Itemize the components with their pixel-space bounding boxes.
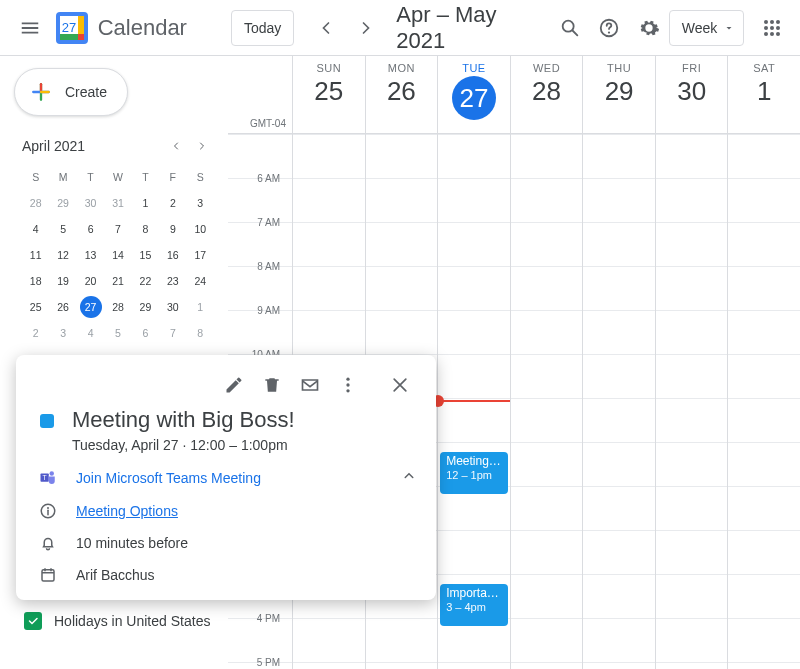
mini-next-month-button[interactable] bbox=[190, 134, 214, 158]
mini-day-cell[interactable]: 2 bbox=[22, 320, 49, 346]
collapse-button[interactable] bbox=[400, 467, 418, 488]
mini-day-cell[interactable]: 10 bbox=[187, 216, 214, 242]
today-button[interactable]: Today bbox=[231, 10, 294, 46]
mini-day-cell[interactable]: 26 bbox=[49, 294, 76, 320]
svg-text:T: T bbox=[43, 474, 47, 481]
next-week-button[interactable] bbox=[346, 8, 386, 48]
mini-dow-cell: T bbox=[132, 164, 159, 190]
mini-day-cell[interactable]: 23 bbox=[159, 268, 186, 294]
calendar-event[interactable]: Important Call3 – 4pm bbox=[440, 584, 508, 626]
mini-day-cell[interactable]: 17 bbox=[187, 242, 214, 268]
day-column[interactable] bbox=[510, 134, 583, 669]
mini-day-cell[interactable]: 28 bbox=[104, 294, 131, 320]
day-header[interactable]: SUN25 bbox=[292, 56, 365, 133]
mini-day-cell[interactable]: 30 bbox=[159, 294, 186, 320]
settings-button[interactable] bbox=[629, 8, 669, 48]
mini-day-cell[interactable]: 31 bbox=[104, 190, 131, 216]
mini-day-cell[interactable]: 4 bbox=[22, 216, 49, 242]
mini-day-cell[interactable]: 29 bbox=[49, 190, 76, 216]
day-column[interactable] bbox=[582, 134, 655, 669]
svg-point-19 bbox=[346, 383, 349, 386]
day-header[interactable]: THU29 bbox=[582, 56, 655, 133]
mini-day-cell[interactable]: 21 bbox=[104, 268, 131, 294]
mini-day-cell[interactable]: 3 bbox=[187, 190, 214, 216]
mini-day-cell[interactable]: 11 bbox=[22, 242, 49, 268]
mini-day-cell[interactable]: 7 bbox=[159, 320, 186, 346]
join-meeting-link[interactable]: Join Microsoft Teams Meeting bbox=[76, 470, 261, 486]
mini-day-cell[interactable]: 14 bbox=[104, 242, 131, 268]
day-header[interactable]: TUE27 bbox=[437, 56, 510, 133]
mini-day-cell[interactable]: 18 bbox=[22, 268, 49, 294]
delete-event-button[interactable] bbox=[254, 367, 290, 403]
mini-day-cell[interactable]: 29 bbox=[132, 294, 159, 320]
help-button[interactable] bbox=[589, 8, 629, 48]
mini-day-cell[interactable]: 24 bbox=[187, 268, 214, 294]
chevron-right-icon bbox=[356, 18, 376, 38]
day-of-month-label: 26 bbox=[366, 76, 438, 107]
day-header[interactable]: FRI30 bbox=[655, 56, 728, 133]
day-header-row: GMT-04 SUN25MON26TUE27WED28THU29FRI30SAT… bbox=[228, 56, 800, 134]
mini-day-cell[interactable]: 1 bbox=[187, 294, 214, 320]
email-guests-button[interactable] bbox=[292, 367, 328, 403]
svg-point-20 bbox=[346, 389, 349, 392]
time-gutter-header: GMT-04 bbox=[228, 56, 292, 133]
mini-day-cell[interactable]: 9 bbox=[159, 216, 186, 242]
more-vertical-icon bbox=[338, 375, 358, 395]
mini-day-cell[interactable]: 2 bbox=[159, 190, 186, 216]
mini-day-cell[interactable]: 5 bbox=[104, 320, 131, 346]
create-button[interactable]: Create bbox=[14, 68, 128, 116]
event-time-text: 3 – 4pm bbox=[446, 601, 502, 615]
day-header[interactable]: SAT1 bbox=[727, 56, 800, 133]
svg-point-9 bbox=[764, 20, 768, 24]
mini-day-cell[interactable]: 12 bbox=[49, 242, 76, 268]
mini-prev-month-button[interactable] bbox=[164, 134, 188, 158]
day-header[interactable]: WED28 bbox=[510, 56, 583, 133]
day-column[interactable]: Meeting with Big Boss!12 – 1pmImportant … bbox=[437, 134, 510, 669]
calendar-item[interactable]: Holidays in United States bbox=[24, 606, 228, 636]
mini-calendar-grid: SMTWTFS 28293031123456789101112131415161… bbox=[22, 164, 214, 346]
mini-day-cell[interactable]: 5 bbox=[49, 216, 76, 242]
mini-day-cell[interactable]: 25 bbox=[22, 294, 49, 320]
mini-day-cell[interactable]: 19 bbox=[49, 268, 76, 294]
day-column[interactable] bbox=[655, 134, 728, 669]
meeting-options-link[interactable]: Meeting Options bbox=[76, 503, 178, 519]
day-column[interactable] bbox=[727, 134, 800, 669]
google-apps-button[interactable] bbox=[752, 8, 792, 48]
create-label: Create bbox=[65, 84, 107, 100]
mini-day-cell[interactable]: 1 bbox=[132, 190, 159, 216]
mini-day-cell[interactable]: 6 bbox=[132, 320, 159, 346]
day-header[interactable]: MON26 bbox=[365, 56, 438, 133]
checkbox-checked-icon[interactable] bbox=[24, 612, 42, 630]
svg-point-10 bbox=[770, 20, 774, 24]
mini-day-cell[interactable]: 27 bbox=[77, 294, 104, 320]
mini-day-cell[interactable]: 8 bbox=[187, 320, 214, 346]
more-options-button[interactable] bbox=[330, 367, 366, 403]
timezone-label: GMT-04 bbox=[250, 118, 286, 129]
mini-dow-cell: F bbox=[159, 164, 186, 190]
close-popover-button[interactable] bbox=[382, 367, 418, 403]
chevron-left-icon bbox=[170, 138, 182, 154]
mini-day-cell[interactable]: 30 bbox=[77, 190, 104, 216]
edit-event-button[interactable] bbox=[216, 367, 252, 403]
mini-day-cell[interactable]: 28 bbox=[22, 190, 49, 216]
event-color-chip bbox=[40, 414, 54, 428]
svg-point-6 bbox=[562, 20, 573, 31]
mini-day-cell[interactable]: 22 bbox=[132, 268, 159, 294]
mini-day-cell[interactable]: 20 bbox=[77, 268, 104, 294]
calendar-event[interactable]: Meeting with Big Boss!12 – 1pm bbox=[440, 452, 508, 494]
mini-day-cell[interactable]: 7 bbox=[104, 216, 131, 242]
search-button[interactable] bbox=[550, 8, 590, 48]
mini-day-cell[interactable]: 8 bbox=[132, 216, 159, 242]
view-switcher[interactable]: Week bbox=[669, 10, 745, 46]
svg-point-8 bbox=[608, 31, 610, 33]
mini-day-cell[interactable]: 6 bbox=[77, 216, 104, 242]
event-time-text: 12 – 1pm bbox=[446, 469, 502, 483]
mini-day-cell[interactable]: 13 bbox=[77, 242, 104, 268]
menu-button[interactable] bbox=[10, 8, 50, 48]
chevron-right-icon bbox=[196, 138, 208, 154]
mini-day-cell[interactable]: 4 bbox=[77, 320, 104, 346]
mini-day-cell[interactable]: 3 bbox=[49, 320, 76, 346]
mini-day-cell[interactable]: 15 bbox=[132, 242, 159, 268]
mini-day-cell[interactable]: 16 bbox=[159, 242, 186, 268]
prev-week-button[interactable] bbox=[306, 8, 346, 48]
